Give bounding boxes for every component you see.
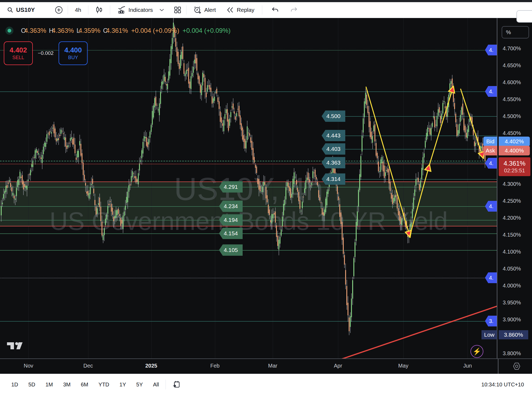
- footer-separator: [166, 380, 166, 389]
- price-flag-4.363: 4.363: [322, 157, 345, 168]
- redo-icon: [290, 7, 298, 13]
- search-icon: [7, 7, 13, 13]
- range-button-1d[interactable]: 1D: [8, 379, 21, 390]
- price-tick-label: 4.500%: [503, 113, 521, 119]
- price-tick-label: 3.900%: [503, 316, 521, 323]
- layout-panel-button[interactable]: [516, 10, 532, 23]
- date-range-buttons: 1D5D1M3M6MYTD1Y5YAll: [8, 379, 162, 390]
- buy-button[interactable]: 4.400 BUY: [59, 41, 88, 65]
- symbol-search-button[interactable]: US10Y: [4, 4, 38, 16]
- replay-icon: [227, 6, 234, 13]
- indicators-button[interactable]: Indicators: [114, 4, 156, 16]
- grid-icon: [174, 6, 181, 14]
- redo-button[interactable]: [287, 5, 301, 15]
- time-axis-label: Nov: [24, 363, 33, 369]
- gear-icon[interactable]: [512, 361, 522, 372]
- templates-button[interactable]: [171, 4, 185, 16]
- price-flag-4.154: 4.154: [219, 228, 243, 239]
- go-to-date-button[interactable]: [169, 378, 184, 391]
- change-value: +0.004 (+0.09%): [131, 27, 179, 34]
- time-axis-label: Mar: [268, 363, 277, 369]
- undo-button[interactable]: [268, 5, 282, 15]
- alert-button[interactable]: Alert: [190, 4, 219, 16]
- instant-trading-lightning-button[interactable]: ⚡: [470, 345, 483, 358]
- replay-button[interactable]: Replay: [223, 4, 257, 16]
- range-button-6m[interactable]: 6M: [78, 379, 92, 390]
- indicators-dropdown-arrow[interactable]: [156, 6, 167, 14]
- price-tick-label: 4.150%: [503, 232, 521, 238]
- percent-scale-button[interactable]: %: [502, 26, 529, 38]
- axis-corner: [498, 359, 532, 374]
- time-axis-label: Jun: [463, 363, 472, 369]
- clock-timezone[interactable]: 10:34:10 UTC+10: [481, 382, 524, 388]
- ohlc-value: 4.361%: [106, 27, 128, 34]
- replay-label: Replay: [237, 7, 254, 13]
- price-tick-label: 4.300%: [503, 181, 521, 187]
- price-tick-label: 4.100%: [503, 249, 521, 255]
- bar-countdown: 02:25:51: [504, 168, 525, 174]
- price-tick-label: 4.200%: [503, 215, 521, 221]
- toolbar-separator: [186, 5, 186, 15]
- price-axis[interactable]: % 4.700%4.650%4.600%4.550%4.500%4.450%4.…: [498, 18, 532, 358]
- bid-value: 4.402%: [499, 137, 530, 146]
- price-flag-4.194: 4.194: [219, 214, 243, 226]
- calendar-arrow-icon: [172, 380, 180, 389]
- bid-chip: Bid: [483, 137, 497, 146]
- toolbar-separator: [262, 5, 262, 15]
- price-tick-label: 4.450%: [503, 130, 521, 136]
- chart-type-button[interactable]: [92, 4, 106, 16]
- range-button-ytd[interactable]: YTD: [95, 379, 113, 390]
- ohlc-value: 4.359%: [78, 27, 100, 34]
- ohlc-value: 4.363%: [24, 27, 46, 34]
- trade-widget: 4.402 SELL −0.002 4.400 BUY: [4, 41, 88, 65]
- range-button-5d[interactable]: 5D: [25, 379, 39, 390]
- range-button-3m[interactable]: 3M: [60, 379, 74, 390]
- price-tick-label: 4.600%: [503, 79, 521, 86]
- price-flag-4.314: 4.314: [322, 173, 345, 185]
- bottom-toolbar: 1D5D1M3M6MYTD1Y5YAll 10:34:10 UTC+10: [0, 374, 532, 395]
- price-tick-label: 4.250%: [503, 198, 521, 204]
- range-button-5y[interactable]: 5Y: [133, 379, 146, 390]
- chart-pane[interactable]: US10Y, 4h US Government Bonds 10 YR Yiel…: [0, 18, 497, 358]
- spread-value: −0.002: [33, 50, 59, 56]
- symbol-label: US10Y: [16, 6, 35, 13]
- last-price-label: 4.361% 02:25:51: [499, 157, 530, 176]
- compare-add-button[interactable]: [52, 4, 66, 16]
- indicators-icon: [118, 6, 126, 14]
- time-axis-label: Dec: [83, 363, 93, 369]
- alert-clock-icon: [193, 6, 202, 14]
- low-value: 3.860%: [499, 330, 528, 339]
- ask-value: 4.400%: [499, 146, 530, 155]
- lightning-icon: ⚡: [473, 347, 481, 356]
- range-button-all[interactable]: All: [150, 379, 162, 390]
- time-axis-label: 2025: [145, 363, 157, 369]
- ask-chip: Ask: [483, 146, 497, 155]
- window-strip: [0, 0, 532, 2]
- tradingview-logo[interactable]: [6, 340, 24, 352]
- toolbar-separator: [88, 5, 88, 15]
- time-axis-label: Feb: [210, 363, 220, 369]
- toolbar-separator: [110, 5, 110, 15]
- undo-icon: [271, 7, 279, 13]
- buy-label: BUY: [68, 55, 78, 61]
- ohlc-value: 4.363%: [52, 27, 74, 34]
- price-flag-4.500: 4.500: [322, 111, 345, 122]
- price-flag-4.105: 4.105: [219, 244, 243, 256]
- change-value-secondary: +0.004 (+0.09%): [182, 27, 231, 34]
- range-button-1y[interactable]: 1Y: [116, 379, 129, 390]
- series-status-dot: [5, 27, 13, 35]
- price-tick-label: 3.950%: [503, 300, 521, 306]
- plus-circle-icon: [55, 6, 63, 14]
- candles-icon: [95, 6, 103, 14]
- interval-button[interactable]: 4h: [72, 5, 84, 15]
- low-chip: Low: [481, 330, 497, 339]
- range-button-1m[interactable]: 1M: [42, 379, 56, 390]
- price-tick-label: 4.700%: [503, 45, 521, 52]
- time-axis[interactable]: NovDec2025FebMarAprMayJun: [0, 358, 532, 374]
- price-flag-4.443: 4.443: [322, 130, 345, 141]
- trend-arrows-drawing[interactable]: [0, 18, 497, 358]
- sell-price: 4.402: [9, 46, 27, 54]
- tradingview-app: US10Y 4h: [0, 0, 532, 395]
- sell-button[interactable]: 4.402 SELL: [4, 41, 33, 65]
- indicators-label: Indicators: [128, 7, 153, 13]
